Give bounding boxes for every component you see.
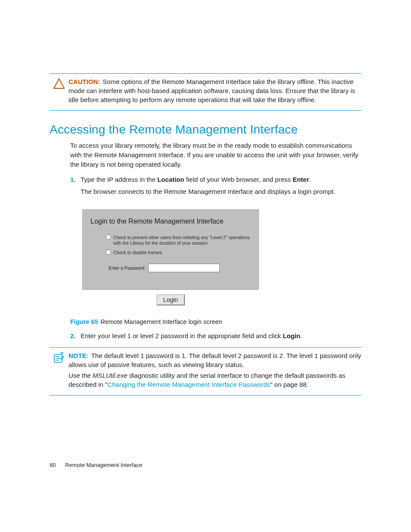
step-number: 1.: [70, 176, 78, 183]
login-panel-title: Login to the Remote Management Interface: [90, 218, 251, 225]
step-2: 2. Enter your level 1 or level 2 passwor…: [70, 331, 361, 341]
check-disable-frames[interactable]: Check to disable frames.: [106, 250, 251, 256]
caution-text: Some options of the Remote Management In…: [68, 78, 355, 103]
login-button-row: Login: [82, 294, 259, 305]
password-label: Enter a Password:: [109, 265, 146, 271]
step-2-body: Enter your level 1 or level 2 password i…: [81, 331, 361, 341]
note-body: NOTE:The default level 1 password is 1. …: [68, 351, 361, 389]
step1-mid: field of your Web browser, and press: [184, 176, 293, 183]
step2-bold: Login: [283, 332, 300, 339]
note-icon: [50, 351, 68, 363]
note-link[interactable]: Changing the Remote Management Interface…: [107, 381, 270, 388]
login-button[interactable]: Login: [156, 294, 185, 305]
caution-label: CAUTION:: [68, 78, 100, 85]
footer-title: Remote Management Interface: [65, 462, 142, 468]
check-prevent-level2-label: Check to prevent other users from initia…: [113, 235, 251, 246]
step-1-body: Type the IP address in the Location fiel…: [81, 175, 361, 196]
figure-caption: Figure 65Remote Management Interface log…: [70, 318, 361, 325]
checkbox-disable-frames[interactable]: [106, 250, 111, 255]
rule-top-note: [50, 347, 361, 348]
rule-top-caution: [50, 73, 361, 74]
caution-callout: CAUTION:Some options of the Remote Manag…: [50, 76, 361, 107]
rule-bottom-note: [50, 395, 361, 395]
password-row: Enter a Password:: [109, 264, 251, 272]
page-footer: 80 Remote Management Interface: [50, 462, 142, 468]
checkbox-prevent-level2[interactable]: [106, 235, 111, 240]
note-line2-file: MSLUtil.exe: [93, 372, 128, 379]
step-number-2: 2.: [70, 332, 78, 339]
note-line1: The default level 1 password is 1. The d…: [68, 352, 361, 368]
step1-pre: Type the IP address in the: [81, 176, 157, 183]
note-callout: NOTE:The default level 1 password is 1. …: [50, 350, 361, 392]
footer-page-number: 80: [50, 462, 56, 468]
login-screenshot: Login to the Remote Management Interface…: [82, 209, 259, 305]
caution-icon: [50, 77, 68, 89]
step2-post: .: [300, 332, 302, 339]
step1-post: .: [309, 176, 311, 183]
figure-label: Figure 65: [70, 318, 98, 325]
note-line2-pre: Use the: [68, 372, 93, 379]
caution-body: CAUTION:Some options of the Remote Manag…: [68, 77, 361, 104]
step-1: 1. Type the IP address in the Location f…: [70, 175, 361, 196]
login-panel: Login to the Remote Management Interface…: [82, 209, 259, 290]
note-line2: Use the MSLUtil.exe diagnostic utility a…: [68, 371, 361, 389]
note-label: NOTE:: [68, 352, 89, 359]
rule-bottom-caution: [50, 110, 361, 111]
section-heading: Accessing the Remote Management Interfac…: [50, 123, 361, 137]
password-input[interactable]: [148, 264, 220, 272]
step1-bold2: Enter: [293, 176, 309, 183]
step1-bold1: Location: [157, 176, 184, 183]
check-prevent-level2[interactable]: Check to prevent other users from initia…: [106, 235, 251, 246]
step2-pre: Enter your level 1 or level 2 password i…: [81, 332, 283, 339]
step1-sub: The browser connects to the Remote Manag…: [81, 187, 361, 196]
note-line2-post: " on page 88.: [270, 381, 308, 388]
intro-paragraph: To access your library remotely, the lib…: [70, 141, 361, 169]
figure-text: Remote Management Interface login screen: [100, 318, 222, 325]
check-disable-frames-label: Check to disable frames.: [113, 250, 163, 256]
